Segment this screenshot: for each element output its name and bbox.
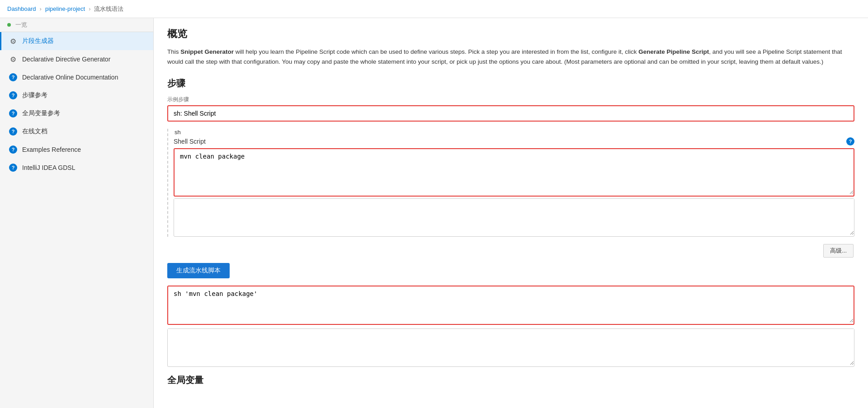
advanced-button[interactable]: 高级...: [823, 244, 854, 258]
shell-script-textarea[interactable]: [175, 149, 854, 194]
breadcrumb-dashboard[interactable]: Dashboard: [7, 5, 36, 12]
output-textarea[interactable]: [168, 286, 854, 323]
sidebar-item-global-var[interactable]: ? 全局变量参考: [0, 104, 153, 122]
question-icon-examples: ?: [9, 145, 18, 154]
breadcrumb-bar: Dashboard › pipeline-project › 流水线语法: [0, 0, 868, 18]
extra-script-textarea[interactable]: [174, 199, 854, 235]
breadcrumb-sep-2: ›: [89, 5, 90, 12]
question-icon-intellij: ?: [9, 163, 18, 172]
sidebar-label-intellij: IntelliJ IDEA GDSL: [22, 164, 75, 171]
shell-script-label-row: Shell Script ?: [174, 137, 854, 145]
gear-icon-directive: ⚙: [9, 55, 18, 64]
sidebar-label-global-var: 全局变量参考: [22, 109, 60, 117]
extra-script-area: [174, 198, 854, 237]
sidebar-item-intellij[interactable]: ? IntelliJ IDEA GDSL: [0, 159, 153, 177]
breadcrumb-project[interactable]: pipeline-project: [45, 5, 85, 12]
sidebar-label-declarative-online: Declarative Online Documentation: [22, 74, 118, 81]
overview-bold-2: Generate Pipeline Script: [638, 48, 709, 55]
breadcrumb-sep-1: ›: [40, 5, 42, 12]
sidebar-top-partial: 一览: [0, 18, 153, 32]
overview-bold-1: Snippet Generator: [180, 48, 234, 55]
generate-pipeline-button[interactable]: 生成流水线脚本: [167, 263, 230, 278]
question-icon-steps: ?: [9, 91, 18, 100]
output-box: [167, 286, 854, 325]
shell-script-input-wrapper: [174, 148, 854, 197]
overview-text-2: will help you learn the Pipeline Script …: [234, 48, 638, 55]
sidebar-label-online-docs: 在线文档: [22, 127, 47, 136]
step-identifier: sh: [174, 129, 854, 136]
gear-icon-snippet: ⚙: [9, 37, 18, 46]
sample-step-label: 示例步骤: [167, 96, 854, 103]
green-dot-icon: [7, 23, 11, 27]
global-var-title: 全局变量: [167, 374, 854, 386]
content-area: 概览 This Snippet Generator will help you …: [154, 18, 868, 408]
breadcrumb-current: 流水线语法: [94, 5, 123, 13]
step-form-container: sh Shell Script ?: [167, 129, 854, 237]
sidebar-item-online-docs[interactable]: ? 在线文档: [0, 122, 153, 141]
sidebar-item-declarative-directive[interactable]: ⚙ Declarative Directive Generator: [0, 50, 153, 68]
question-icon-online-docs: ?: [9, 127, 18, 136]
step-select-wrapper: sh: Shell Scriptbat: Windows Batch Scrip…: [167, 105, 854, 122]
overview-description: This Snippet Generator will help you lea…: [167, 47, 854, 66]
overview-title: 概览: [167, 27, 854, 41]
sidebar-label-snippet-generator: 片段生成器: [22, 37, 54, 45]
shell-script-label: Shell Script: [174, 138, 206, 145]
sidebar-top-label: 一览: [15, 21, 27, 28]
question-icon-global-var: ?: [9, 109, 18, 118]
overview-text-1: This: [167, 48, 180, 55]
help-icon[interactable]: ?: [846, 137, 854, 145]
advanced-row: 高级...: [167, 244, 854, 258]
sidebar-item-snippet-generator[interactable]: ⚙ 片段生成器: [0, 32, 153, 50]
sidebar-item-declarative-online[interactable]: ? Declarative Online Documentation: [0, 68, 153, 86]
step-select[interactable]: sh: Shell Scriptbat: Windows Batch Scrip…: [167, 105, 854, 122]
sidebar: 一览 ⚙ 片段生成器 ⚙ Declarative Directive Gener…: [0, 18, 154, 408]
output-normal-textarea[interactable]: [168, 329, 854, 365]
sidebar-label-examples: Examples Reference: [22, 146, 81, 153]
question-icon-declarative-online: ?: [9, 73, 18, 82]
sidebar-item-examples[interactable]: ? Examples Reference: [0, 141, 153, 159]
sidebar-label-declarative-directive: Declarative Directive Generator: [22, 56, 110, 63]
sidebar-item-steps-reference[interactable]: ? 步骤参考: [0, 86, 153, 104]
steps-title: 步骤: [167, 77, 854, 89]
sidebar-label-steps-reference: 步骤参考: [22, 91, 47, 99]
main-layout: 一览 ⚙ 片段生成器 ⚙ Declarative Directive Gener…: [0, 18, 868, 408]
output-normal-container: [167, 328, 854, 367]
